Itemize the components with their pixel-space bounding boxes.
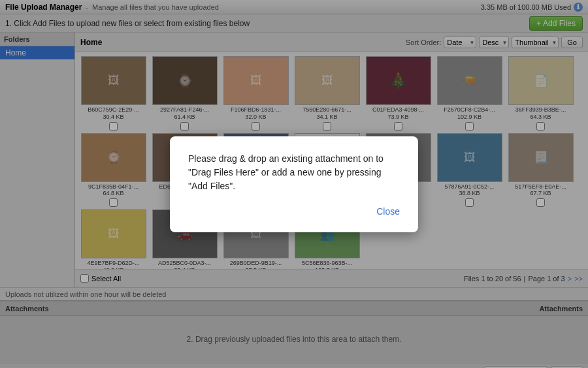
modal-overlay: Please drag & drop an existing attachmen… [0, 0, 588, 368]
modal-dialog: Please drag & drop an existing attachmen… [170, 136, 418, 232]
modal-close-button[interactable]: Close [376, 206, 400, 217]
modal-message: Please drag & drop an existing attachmen… [188, 152, 400, 193]
modal-actions: Close [188, 206, 400, 217]
